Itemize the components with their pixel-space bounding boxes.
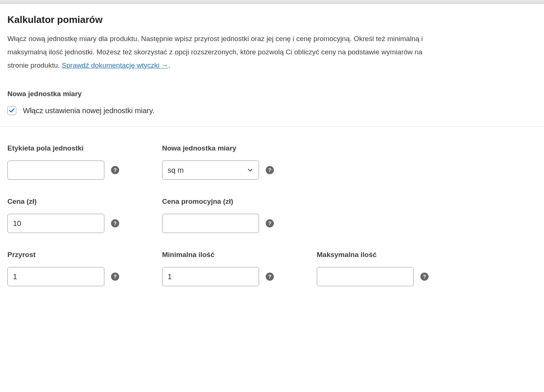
help-icon[interactable]: ? [266,273,274,281]
field-unit-label: Etykieta pola jednostki ? [7,144,162,180]
help-icon[interactable]: ? [266,166,274,174]
window-top-bar [0,0,544,4]
price-label: Cena (zł) [7,197,162,206]
field-sale-price: Cena promocyjna (zł) ? [162,197,317,233]
field-increment: Przyrost ? [7,251,162,286]
unit-select-label: Nowa jednostka miary [162,144,317,152]
min-qty-label: Minimalna ilość [162,251,317,259]
form-row-2: Cena (zł) ? Cena promocyjna (zł) ? [7,197,537,233]
unit-label-label: Etykieta pola jednostki [7,144,162,152]
description: Włącz nową jednostkę miary dla produktu.… [7,32,444,72]
field-min-qty: Minimalna ilość ? [162,251,317,286]
help-icon[interactable]: ? [111,219,119,227]
help-icon[interactable]: ? [111,166,119,174]
max-qty-input[interactable] [317,267,414,286]
max-qty-label: Maksymalna ilość [317,251,471,259]
field-price: Cena (zł) ? [7,197,162,233]
unit-label-input[interactable] [7,160,104,180]
form-section: Etykieta pola jednostki ? Nowa jednostka… [7,126,537,286]
increment-label: Przyrost [7,251,162,259]
field-max-qty: Maksymalna ilość ? [317,251,471,286]
description-period: . [168,61,170,69]
sale-price-input[interactable] [162,214,259,233]
enable-checkbox-row: Włącz ustawienia nowej jednostki miary. [7,106,537,115]
page-title: Kalkulator pomiarów [7,14,537,26]
min-qty-input[interactable] [162,267,259,286]
form-row-1: Etykieta pola jednostki ? Nowa jednostka… [7,144,537,180]
unit-select[interactable]: sq m [162,160,259,180]
enable-section-label: Nowa jednostka miary [7,90,537,98]
price-input[interactable] [7,214,104,233]
field-unit-select: Nowa jednostka miary sq m ? [162,144,317,180]
form-row-3: Przyrost ? Minimalna ilość ? Maksymalna … [7,251,537,286]
increment-input[interactable] [7,267,104,286]
sale-price-label: Cena promocyjna (zł) [162,197,317,206]
help-icon[interactable]: ? [111,273,119,281]
help-icon[interactable]: ? [420,273,429,281]
help-icon[interactable]: ? [266,219,274,227]
check-icon [9,107,15,114]
enable-checkbox[interactable] [7,106,16,115]
enable-checkbox-label: Włącz ustawienia nowej jednostki miary. [23,107,154,115]
calculator-panel: Kalkulator pomiarów Włącz nową jednostkę… [0,4,544,311]
documentation-link[interactable]: Sprawdź dokumentację wtyczki → [62,61,168,69]
